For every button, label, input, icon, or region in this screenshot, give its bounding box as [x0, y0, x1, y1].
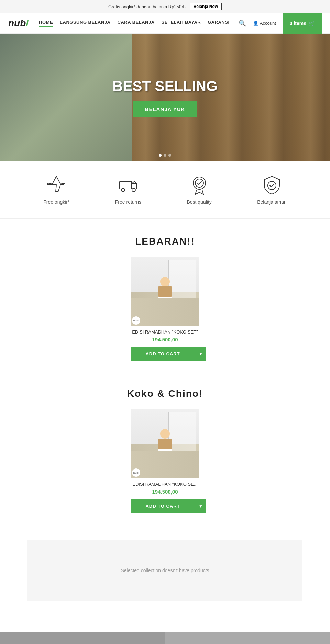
product-price-koko: 194.500,00: [131, 489, 199, 495]
belanja-aman-label: Belanja aman: [257, 199, 287, 205]
empty-collection-message: Selected collection doesn't have product…: [121, 568, 209, 573]
svg-rect-0: [120, 181, 132, 189]
add-to-cart-container-koko: ADD TO CART ▼: [131, 499, 206, 513]
product-img: [131, 257, 199, 326]
add-to-cart-dropdown-koko[interactable]: ▼: [195, 499, 206, 513]
account-label: Account: [260, 21, 276, 26]
features-section: Free ongkir* Free returns Best quality B…: [0, 161, 330, 219]
nav-cara-belanja[interactable]: CARA BELANJA: [118, 20, 155, 27]
product-price-lebaran: 194.500,00: [131, 337, 199, 342]
lebaran-title: LEBARAN!!: [7, 236, 323, 247]
lebaran-section: LEBARAN!! nubi EDISI RAMADHAN "KOKO SET"…: [0, 219, 330, 371]
logo[interactable]: nubi: [8, 18, 29, 29]
hero-button[interactable]: BELANJA YUK: [133, 101, 198, 117]
shield-icon: [262, 174, 282, 195]
nav-home[interactable]: HOME: [39, 20, 53, 27]
nav-garansi[interactable]: GARANSI: [208, 20, 229, 27]
nav-langsung-belanja[interactable]: LANGSUNG BELANJA: [60, 20, 110, 27]
hero-dot-3[interactable]: [168, 154, 171, 157]
hero-section: BEST SELLING BELANJA YUK: [0, 34, 330, 161]
announcement-bar: Gratis ongkir* dengan belanja Rp250rb Be…: [0, 0, 330, 13]
product-name-koko: EDISI RAMADHAN "KOKO SE...: [131, 482, 199, 487]
nav-setelah-bayar[interactable]: SETELAH BAYAR: [162, 20, 201, 27]
empty-collection: Selected collection doesn't have product…: [28, 540, 302, 601]
main-nav: HOME LANGSUNG BELANJA CARA BELANJA SETEL…: [39, 20, 239, 27]
free-returns-label: Free returns: [115, 199, 141, 205]
belanja-now-button[interactable]: Belanja Now: [190, 3, 222, 10]
footer-img-left: [0, 632, 165, 644]
hero-dot-2[interactable]: [164, 154, 166, 157]
product-logo: nubi: [132, 316, 140, 325]
product-card-lebaran: nubi EDISI RAMADHAN "KOKO SET" 194.500,0…: [131, 257, 199, 361]
header: nubi HOME LANGSUNG BELANJA CARA BELANJA …: [0, 13, 330, 34]
add-to-cart-button-lebaran[interactable]: ADD TO CART: [131, 347, 195, 361]
product-logo-koko: nubi: [132, 468, 140, 477]
product-img-koko: [131, 409, 199, 478]
plane-icon: [46, 174, 67, 195]
svg-point-5: [268, 181, 276, 190]
hero-dot-1[interactable]: [159, 154, 162, 157]
footer-img-right: [165, 632, 330, 644]
koko-chino-section: Koko & Chino! nubi EDISI RAMADHAN "KOKO …: [0, 371, 330, 523]
svg-point-4: [195, 179, 204, 187]
feature-free-returns: Free returns: [115, 174, 141, 205]
best-quality-label: Best quality: [187, 199, 211, 205]
koko-chino-title: Koko & Chino!: [7, 388, 323, 399]
account-link[interactable]: 👤 Account: [253, 21, 276, 26]
cart-button[interactable]: 0 items 🛒: [283, 13, 322, 34]
cart-label: 0 items: [290, 21, 306, 26]
account-icon: 👤: [253, 21, 258, 26]
hero-dots: [159, 154, 171, 157]
add-to-cart-container-lebaran: ADD TO CART ▼: [131, 347, 206, 361]
feature-best-quality: Best quality: [187, 174, 211, 205]
hero-title: BEST SELLING: [112, 78, 218, 94]
product-card-koko: nubi EDISI RAMADHAN "KOKO SE... 194.500,…: [131, 409, 199, 513]
add-to-cart-button-koko[interactable]: ADD TO CART: [131, 499, 195, 513]
product-image-koko[interactable]: nubi: [131, 409, 199, 478]
hero-content: BEST SELLING BELANJA YUK: [112, 78, 218, 117]
announcement-text: Gratis ongkir* dengan belanja Rp250rb: [108, 4, 186, 9]
truck-icon: [118, 174, 139, 195]
product-name-lebaran: EDISI RAMADHAN "KOKO SET": [131, 329, 199, 335]
free-ongkir-label: Free ongkir*: [43, 199, 69, 205]
feature-belanja-aman: Belanja aman: [257, 174, 287, 205]
search-button[interactable]: 🔍: [239, 20, 246, 27]
footer-images: [0, 632, 330, 644]
product-image-lebaran[interactable]: nubi: [131, 257, 199, 326]
feature-free-ongkir: Free ongkir*: [43, 174, 69, 205]
cart-icon: 🛒: [309, 21, 315, 26]
add-to-cart-dropdown-lebaran[interactable]: ▼: [195, 347, 206, 361]
badge-icon: [189, 174, 210, 195]
header-right: 🔍 👤 Account 0 items 🛒: [239, 13, 322, 34]
